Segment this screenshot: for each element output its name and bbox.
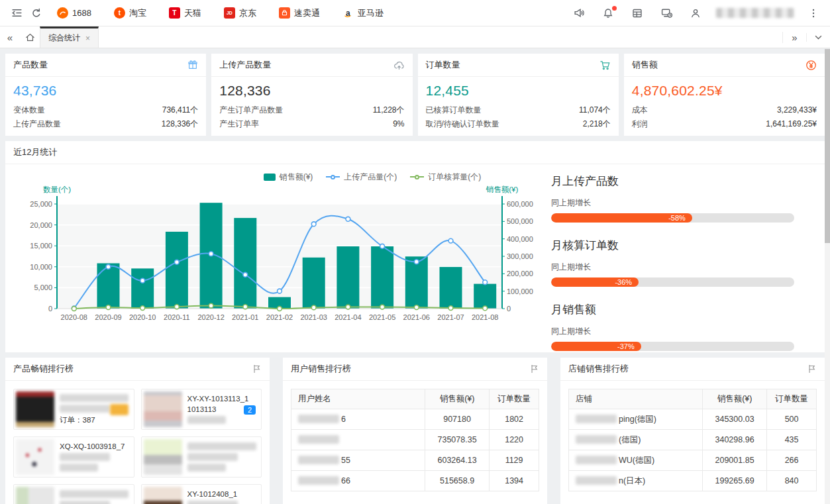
- svg-text:销售额(¥): 销售额(¥): [486, 185, 519, 193]
- svg-text:5,000: 5,000: [34, 283, 52, 291]
- stat-row-label: 变体数量: [13, 103, 45, 117]
- stat-row-value: 1,641,169.25¥: [766, 117, 817, 131]
- sales-cell: 340298.96: [702, 430, 766, 450]
- growth-progress-fill: -36%: [551, 277, 639, 287]
- tab-list-dropdown-icon[interactable]: [806, 33, 830, 42]
- p1688-icon: [57, 7, 68, 19]
- orders-cell: 435: [767, 430, 817, 450]
- platform-tab-label: 京东: [239, 7, 256, 19]
- sales-cell: 345300.03: [702, 409, 766, 430]
- product-image: [16, 391, 54, 427]
- orders-cell: 1394: [490, 471, 539, 491]
- product-card[interactable]: XY-XY-1013113_11013113 2: [141, 389, 262, 430]
- cart-icon: [599, 60, 611, 71]
- stat-card-row: 取消/待确认订单数量 2,218个: [418, 117, 619, 131]
- growth-progress-bar: -37%: [551, 342, 794, 351]
- redacted-text: [60, 501, 110, 504]
- product-card[interactable]: [141, 436, 262, 478]
- notification-dot: [612, 6, 617, 11]
- product-image: [144, 439, 182, 475]
- refresh-icon[interactable]: [26, 3, 46, 23]
- stat-row-label: 产生订单产品数量: [219, 103, 283, 117]
- stat-row-value: 11,074个: [579, 103, 611, 117]
- stat-card-2: 上传产品数量 128,336 产生订单产品数量 11,228个 产生订单率 9%: [211, 54, 412, 136]
- svg-text:2021-02: 2021-02: [266, 313, 293, 321]
- column-header: 用户姓名: [291, 389, 425, 409]
- orders-cell: 500: [767, 409, 817, 430]
- main-content: 产品数量 43,736 变体数量 736,411个 上传产品数量 128,336…: [0, 48, 830, 504]
- product-card[interactable]: 订单：387: [13, 389, 134, 430]
- platform-tab-p1688[interactable]: 1688: [57, 7, 91, 19]
- name-visible: 66: [341, 476, 350, 485]
- legend-item[interactable]: 订单核算量(个): [410, 172, 481, 183]
- redacted-name: [576, 476, 617, 485]
- platform-tab-tmall[interactable]: T 天猫: [169, 7, 201, 19]
- redacted-name: [576, 456, 617, 464]
- name-cell: 55: [291, 450, 425, 471]
- stat-card-value: 43,736: [13, 83, 198, 99]
- platform-tab-label: 淘宝: [129, 7, 146, 19]
- stat-row-value: 2,218个: [583, 117, 611, 131]
- scroll-tabs-left-icon[interactable]: «: [0, 26, 20, 48]
- redacted-name: [576, 435, 617, 444]
- more-vert-icon[interactable]: [804, 3, 823, 23]
- page-tab-active[interactable]: 综合统计 ×: [40, 26, 99, 48]
- product-ranking-title: 产品畅销排行榜: [13, 363, 74, 375]
- svg-text:数量(个): 数量(个): [43, 185, 71, 193]
- menu-fold-icon[interactable]: [7, 3, 26, 23]
- legend-item[interactable]: 销售额(¥): [264, 172, 313, 183]
- user-ranking-title: 用户销售排行榜: [291, 363, 351, 375]
- scrollbar-thumb[interactable]: [825, 49, 830, 243]
- name-visible: 6: [341, 415, 346, 424]
- legend-line-swatch: [326, 175, 340, 179]
- growth-progress-fill: -58%: [551, 213, 692, 223]
- apps-grid-icon[interactable]: [627, 3, 647, 23]
- topbar: 1688 t 淘宝 T 天猫 JD 京东 速卖通 a 亚马逊: [0, 0, 830, 26]
- name-visible: 55: [341, 456, 350, 465]
- home-icon[interactable]: [20, 26, 40, 48]
- sales-cell: 735078.35: [425, 430, 489, 450]
- stat-card-value: 128,336: [219, 83, 404, 99]
- stat-card-row: 已核算订单数量 11,074个: [418, 103, 619, 117]
- product-image: [144, 391, 182, 427]
- bell-icon[interactable]: [598, 3, 618, 23]
- redacted-text: [60, 453, 110, 461]
- user-icon[interactable]: [686, 3, 705, 23]
- announcement-icon[interactable]: [569, 3, 589, 23]
- scroll-tabs-right-icon[interactable]: »: [782, 32, 806, 43]
- devices-icon[interactable]: [656, 3, 676, 23]
- product-image: [144, 487, 182, 504]
- name-visible: n(日本): [619, 476, 645, 485]
- platform-tab-taobao[interactable]: t 淘宝: [114, 7, 146, 19]
- stat-row-label: 成本: [632, 103, 648, 117]
- column-header: 销售额(¥): [702, 389, 766, 409]
- platform-tab-label: 1688: [72, 8, 91, 18]
- sales-cell: 603264.13: [425, 450, 489, 471]
- orders-cell: 1802: [490, 409, 539, 430]
- username-redacted[interactable]: [716, 8, 794, 18]
- legend-item[interactable]: 上传产品量(个): [326, 172, 397, 183]
- table-header-row: 用户姓名销售额(¥)订单数量: [291, 389, 539, 409]
- growth-progress-bar: -58%: [551, 213, 794, 223]
- close-tab-icon[interactable]: ×: [85, 34, 90, 43]
- platform-tab-aliexpress[interactable]: 速卖通: [279, 7, 320, 19]
- table-header-row: 店铺销售额(¥)订单数量: [569, 389, 817, 409]
- scrollbar-track[interactable]: [825, 49, 830, 504]
- product-card[interactable]: XQ-XQ-1003918_7: [13, 436, 134, 478]
- stat-card-row: 上传产品数量 128,336个: [5, 117, 206, 131]
- platform-tab-jd[interactable]: JD 京东: [224, 7, 256, 19]
- platform-tab-amazon[interactable]: a 亚马逊: [342, 7, 384, 19]
- name-visible: (德国): [619, 435, 641, 444]
- chart-legend: 销售额(¥) 上传产品量(个) 订单核算量(个): [103, 170, 641, 184]
- name-cell: n(日本): [569, 471, 703, 491]
- stat-row-label: 利润: [632, 117, 648, 131]
- redacted-name: [576, 415, 617, 423]
- stat-row-value: 128,336个: [162, 117, 198, 131]
- product-card[interactable]: XY-1012408_1: [141, 484, 262, 504]
- product-card[interactable]: [13, 484, 134, 504]
- growth-title: 月核算订单数: [551, 238, 794, 253]
- product-grid: 订单：387 XY-XY-1013113_11013113 2 XQ-XQ-10…: [5, 381, 270, 504]
- sales-cell: 907180: [425, 409, 489, 430]
- stat-card-row: 产生订单率 9%: [211, 117, 412, 131]
- redacted-name: [298, 456, 339, 464]
